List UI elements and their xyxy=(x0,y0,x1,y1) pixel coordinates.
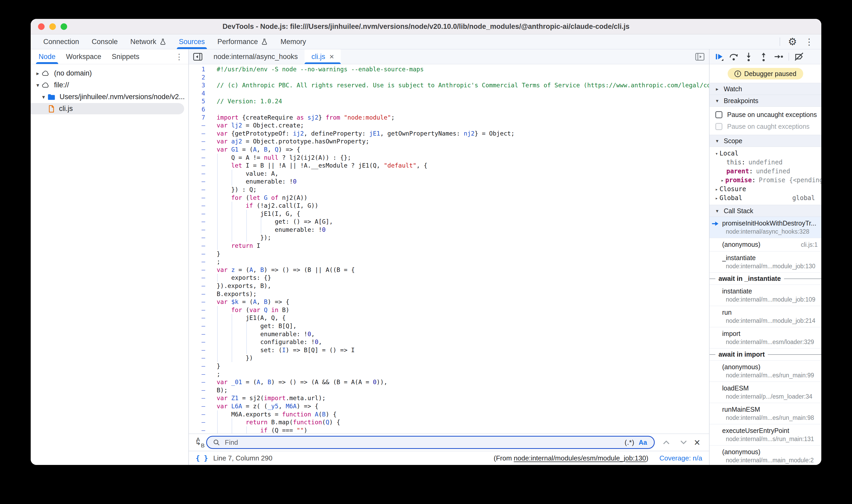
line-number[interactable]: 3 xyxy=(189,81,212,89)
code-line-content[interactable]: }) xyxy=(212,354,709,362)
call-stack-frame[interactable]: promiseInitHookWithDestroyTr...node:inte… xyxy=(710,217,821,238)
line-number[interactable]: – xyxy=(189,314,212,322)
line-number[interactable]: – xyxy=(189,250,212,258)
settings-gear-icon[interactable]: ⚙ xyxy=(788,37,797,47)
checkbox[interactable] xyxy=(715,111,723,118)
step-out-icon[interactable] xyxy=(759,52,768,61)
code-line-content[interactable]: for (var Q in B) xyxy=(212,306,709,314)
zoom-window-button[interactable] xyxy=(60,23,67,30)
find-next-chevron-icon[interactable] xyxy=(679,438,688,447)
line-number[interactable]: – xyxy=(189,146,212,154)
code-line-content[interactable]: for (let G of nj2(A)) xyxy=(212,194,709,202)
scope-group-local[interactable]: ▾Local xyxy=(710,149,821,158)
section-breakpoints[interactable]: ▾ Breakpoints xyxy=(710,95,821,107)
line-number[interactable]: – xyxy=(189,178,212,186)
tab-memory[interactable]: Memory xyxy=(274,34,313,49)
close-tab-icon[interactable]: × xyxy=(330,52,334,61)
step-into-icon[interactable] xyxy=(744,52,753,61)
line-number[interactable]: – xyxy=(189,338,212,346)
code-line-content[interactable]: set: (I) => B[Q] = () => I xyxy=(212,346,709,354)
tab-network[interactable]: Network xyxy=(124,34,173,49)
chevron-down-icon[interactable]: ▾ xyxy=(34,82,42,88)
chevron-right-icon[interactable]: ▸ xyxy=(34,70,42,76)
main-menu-kebab-icon[interactable]: ⋮ xyxy=(805,37,813,46)
scope-group-global[interactable]: ▸Globalglobal xyxy=(710,194,821,202)
code-line-content[interactable]: enumerable: !0, xyxy=(212,330,709,338)
code-line-content[interactable]: configurable: !0, xyxy=(212,338,709,346)
call-stack-frame[interactable]: loadESMnode:internal/p.../esm_loader:34 xyxy=(710,382,821,403)
tab-connection[interactable]: Connection xyxy=(37,34,86,49)
code-line-content[interactable] xyxy=(212,73,709,82)
call-stack-frame[interactable]: importnode:internal/m...esm/loader:329 xyxy=(710,327,821,348)
code-line-content[interactable]: ; xyxy=(212,258,709,266)
code-line-content[interactable]: enumerable: !0 xyxy=(212,178,709,186)
line-number[interactable]: – xyxy=(189,394,212,402)
line-number[interactable]: – xyxy=(189,242,212,250)
scope-entry-promise[interactable]: ▸promise:Promise {<pending>} xyxy=(710,176,821,185)
code-line-content[interactable]: if (Q === "") xyxy=(212,426,709,433)
minimize-window-button[interactable] xyxy=(49,23,56,30)
tab-performance[interactable]: Performance xyxy=(211,34,274,49)
scope-entry-this[interactable]: this:undefined xyxy=(710,158,821,167)
scope-entry-parent[interactable]: parent:undefined xyxy=(710,167,821,176)
line-number[interactable]: – xyxy=(189,354,212,362)
code-line-content[interactable] xyxy=(212,89,709,97)
line-number[interactable]: 7 xyxy=(189,113,212,122)
hide-navigator-icon[interactable] xyxy=(189,49,207,64)
line-number[interactable]: – xyxy=(189,386,212,394)
deactivate-breakpoints-icon[interactable] xyxy=(794,52,804,61)
code-line-content[interactable]: jE1(I, G, { xyxy=(212,210,709,218)
code-line-content[interactable]: M6A.exports = function A(B) { xyxy=(212,410,709,418)
line-number[interactable]: – xyxy=(189,370,212,378)
code-line-content[interactable]: return I xyxy=(212,242,709,250)
line-number[interactable]: – xyxy=(189,258,212,266)
line-number[interactable]: – xyxy=(189,362,212,370)
line-number[interactable]: 5 xyxy=(189,97,212,105)
pretty-print-icon[interactable]: { } xyxy=(196,454,208,462)
code-line-content[interactable]: exports: {} xyxy=(212,274,709,282)
resume-icon[interactable] xyxy=(714,52,724,61)
find-previous-chevron-icon[interactable] xyxy=(662,438,671,447)
code-line-content[interactable]: }) : Q; xyxy=(212,186,709,194)
close-window-button[interactable] xyxy=(38,23,45,30)
line-number[interactable]: 1 xyxy=(189,65,212,73)
line-number[interactable]: 4 xyxy=(189,89,212,97)
line-number[interactable]: – xyxy=(189,170,212,178)
code-line-content[interactable]: var aj2 = Object.prototype.hasOwnPropert… xyxy=(212,138,709,146)
expand-debugger-panel-icon[interactable] xyxy=(691,49,709,64)
line-number[interactable]: – xyxy=(189,121,212,129)
call-stack-frame[interactable]: executeUserEntryPointnode:internal/m...s… xyxy=(710,424,821,446)
line-number[interactable]: – xyxy=(189,218,212,226)
line-number[interactable]: – xyxy=(189,346,212,354)
code-line-content[interactable] xyxy=(212,105,709,113)
sourcemap-origin-link[interactable]: node:internal/modules/esm/module_job:130 xyxy=(514,454,646,462)
line-number[interactable]: – xyxy=(189,194,212,202)
code-line-content[interactable]: B.exports); xyxy=(212,290,709,298)
code-line-content[interactable]: import {createRequire as sj2} from "node… xyxy=(212,113,709,122)
editor-tab-cli-js[interactable]: cli.js× xyxy=(304,49,341,64)
line-number[interactable]: – xyxy=(189,322,212,330)
line-number[interactable]: – xyxy=(189,298,212,306)
code-line-content[interactable]: var lj2 = Object.create; xyxy=(212,121,709,129)
code-line-content[interactable]: // Version: 1.0.24 xyxy=(212,97,709,105)
code-line-content[interactable]: get: () => A[G], xyxy=(212,218,709,226)
navigator-kebab-icon[interactable]: ⋮ xyxy=(175,49,185,64)
code-line-content[interactable]: ; xyxy=(212,370,709,378)
replace-toggle-icon[interactable]: A↳B xyxy=(194,436,206,449)
section-watch[interactable]: ▸ Watch xyxy=(710,83,821,95)
coverage-link[interactable]: Coverage: n/a xyxy=(659,454,702,462)
call-stack-frame[interactable]: (anonymous)node:internal/m...main_module… xyxy=(710,446,821,465)
line-number[interactable]: – xyxy=(189,410,212,418)
code-line-content[interactable]: jE1(A, Q, { xyxy=(212,314,709,322)
tree-item-file-[interactable]: ▾file:// xyxy=(31,79,188,91)
scope-group-closure[interactable]: ▸Closure xyxy=(710,185,821,194)
section-call-stack[interactable]: ▾ Call Stack xyxy=(710,205,821,217)
chevron-down-icon[interactable]: ▾ xyxy=(714,151,720,156)
code-line-content[interactable]: var G1 = (A, B, Q) => { xyxy=(212,146,709,154)
line-number[interactable]: – xyxy=(189,402,212,410)
editor-tab-node-internal-async-hooks[interactable]: node:internal/async_hooks xyxy=(207,49,304,64)
line-number[interactable]: – xyxy=(189,138,212,146)
tree-item--no-domain-[interactable]: ▸(no domain) xyxy=(31,67,188,79)
section-scope[interactable]: ▾ Scope xyxy=(710,135,821,147)
code-line-content[interactable]: let I = B || !A || !A.__esModule ? jE1(Q… xyxy=(212,162,709,170)
